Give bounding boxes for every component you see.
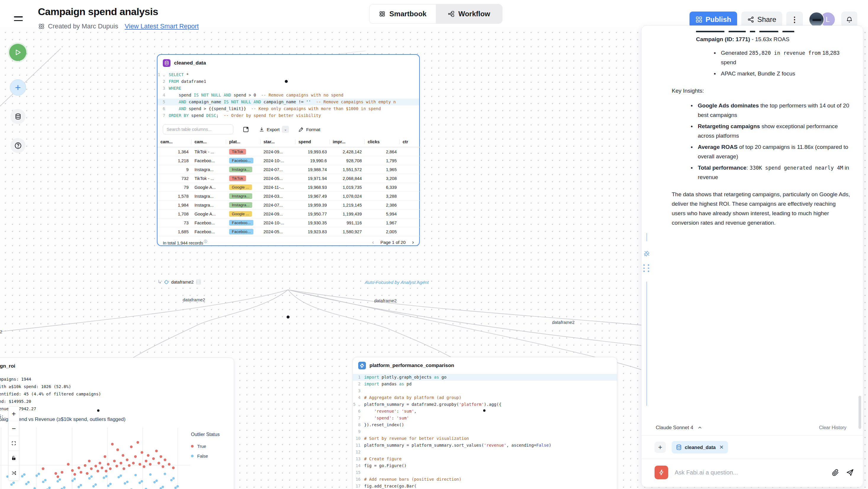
view-smart-report-link[interactable]: View Latest Smart Report [125,23,199,30]
platform-badge: Google ... [229,211,252,217]
expand-icon[interactable] [243,126,249,132]
notifications-button[interactable] [841,11,857,28]
export-button[interactable]: Export ⌄ [259,126,289,133]
column-header[interactable]: cam... [191,137,226,147]
table-cell: 1,019,735 [330,183,365,192]
legend-item-false[interactable]: False [191,454,235,459]
output-port[interactable] [286,315,289,318]
prev-page-button[interactable]: ‹ [372,239,374,245]
table-row[interactable]: 1,364TikTok - ...TikTok2024-09...19,993.… [157,147,421,156]
table-row[interactable]: 1,578Instagra...Instagra...2024-03...19,… [157,192,421,201]
avatar[interactable] [809,12,824,27]
table-cell: Instagra... [226,201,260,210]
python-code-editor[interactable]: 1import plotly.graph_objects as go2impor… [353,372,617,489]
clear-history-button[interactable]: Clear History [819,425,846,430]
fabi-logo [655,466,668,479]
legend-item-true[interactable]: True [191,444,235,449]
tab-workflow[interactable]: Workflow [436,4,502,23]
table-row[interactable]: 732TikTok - ...TikTok2024-05...19,971.94… [157,174,421,183]
ai-response-content[interactable]: Campaign (ID: 1771) - 15.63x ROAS Genera… [642,26,863,420]
scatter-plot[interactable]: Outlier Status True False [0,428,235,489]
table-cell: 19,967.49 [296,192,330,201]
publish-grid-icon [695,16,703,23]
table-cell: Google A... [191,183,226,192]
code-line: 5 AND campaign_name IS NOT NULL AND camp… [157,98,419,105]
return-arrow-icon: ↳ [157,279,162,285]
zoom-in-button[interactable]: + [8,406,19,421]
node-campaign-roi[interactable]: campaign_roi Filtered campaigns: 1944 Ca… [0,358,234,489]
table-cell: Faceboo... [226,218,260,227]
next-page-button[interactable]: › [412,239,414,245]
format-button[interactable]: Format [299,127,320,132]
tab-smartbook[interactable]: Smartbook [369,4,436,23]
attach-icon[interactable] [832,468,839,476]
data-sources-button[interactable] [10,109,26,124]
publish-button[interactable]: Publish [689,11,737,28]
context-chip-cleaned-data[interactable]: cleaned_data ✕ [672,441,728,454]
table-cell: 79 [157,183,191,192]
table-row[interactable]: 1,218Faceboo...Faceboo...2024-10-...19,9… [157,156,421,165]
column-header[interactable]: ctr [400,137,421,147]
result-table[interactable]: cam...cam...plat...star...spendimpr...cl… [157,137,421,236]
column-header[interactable]: cam... [157,137,191,147]
play-icon [14,49,22,56]
output-dataframe-chip[interactable]: ↳ dataframe2 ⋮⋮ [157,279,201,285]
remove-context-icon[interactable]: ✕ [719,444,724,451]
code-line: 12 [353,449,617,456]
node-platform-performance[interactable]: platform_performance_comparison 1import … [352,357,617,489]
table-cell: 2024-11-... [260,183,296,192]
table-row[interactable]: 1,685Faceboo...Faceboo...2024-05...19,92… [157,227,421,236]
code-line: 1 ⌄SELECT * [157,71,419,78]
add-context-button[interactable]: + [655,441,666,453]
export-dropdown-chevron[interactable]: ⌄ [282,126,289,133]
run-workflow-button[interactable] [9,44,26,61]
lock-button[interactable] [8,451,19,466]
sql-icon [163,59,170,67]
input-port[interactable] [97,409,99,412]
input-port[interactable] [483,409,486,412]
more-menu-button[interactable]: ⋮ [786,11,803,28]
table-row[interactable]: 73Faceboo...Faceboo...2024-10-...19,930.… [157,218,421,227]
drag-handle-icon[interactable]: ⋮⋮ [196,279,201,285]
node-cleaned-data[interactable]: cleaned_data 1 ⌄SELECT *2FROM dataframe1… [157,54,420,246]
menu-icon[interactable] [14,16,23,22]
add-node-button[interactable]: + [10,79,26,96]
table-row[interactable]: 9Instagra...Instagra...2024-07...19,988.… [157,165,421,174]
column-header[interactable]: impr... [330,137,365,147]
info-icon[interactable]: ⓘ [204,240,207,244]
platform-badge: Instagra... [229,193,252,199]
sql-code-editor[interactable]: 1 ⌄SELECT *2FROM dataframe13WHERE4 spend… [157,69,419,122]
chat-input[interactable] [675,469,825,476]
shuffle-layout-button[interactable] [8,466,19,481]
share-button[interactable]: Share [741,11,782,28]
send-icon[interactable] [846,468,854,477]
model-selector[interactable]: Claude Sonnet 4 [656,425,702,431]
fit-view-button[interactable] [8,436,19,451]
python-icon [358,362,366,369]
column-header[interactable]: clicks [365,137,400,147]
ai-chat-panel: Campaign (ID: 1771) - 15.63x ROAS Genera… [641,26,863,487]
table-cell: Instagra... [226,192,260,201]
table-cell: 1,199,439 [330,210,365,218]
table-row[interactable]: 1,708Google A...Google ...2024-09...19,9… [157,210,421,218]
edge-label-dataframe2: dataframe2 [374,298,397,303]
table-cell: 1,984 [157,201,191,210]
input-port[interactable] [285,80,288,83]
column-header[interactable]: plat... [226,137,260,147]
zoom-out-button[interactable]: − [8,421,19,436]
search-input[interactable] [163,124,233,134]
table-cell: TikTok - ... [191,147,226,156]
code-line: 7ORDER BY spend DESC; -- Order by spend … [157,112,419,119]
table-row[interactable]: 1,984Instagra...Instagra...2024-07...19,… [157,201,421,210]
page-title: Campaign spend analysis [38,6,158,18]
table-cell: TikTok [226,147,260,156]
view-toggle: Smartbook Workflow [369,4,502,24]
table-cell: 1,685 [157,227,191,236]
column-header[interactable]: spend [296,137,330,147]
canvas-controls: + − [8,406,19,481]
table-row[interactable]: 79Google A...Google ...2024-11-...19,968… [157,183,421,192]
help-button[interactable] [10,138,26,153]
column-header[interactable]: star... [260,137,296,147]
edge-label-dataframe2: dataframe2 [552,320,575,325]
table-cell: 1,218 [157,156,191,165]
